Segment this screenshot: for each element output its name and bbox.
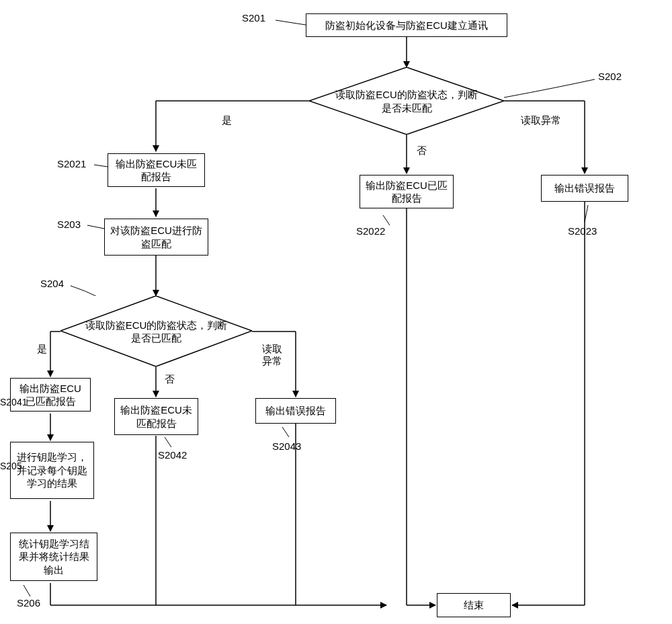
decision-s202-text: 读取防盗ECU的防盗状态，判断是否未匹配	[333, 88, 480, 114]
step-s2023: 输出错误报告	[541, 175, 628, 202]
decision-s202: 读取防盗ECU的防盗状态，判断是否未匹配	[309, 67, 504, 134]
step-end: 结束	[437, 593, 511, 617]
edge-no-1: 否	[417, 145, 427, 157]
svg-line-29	[165, 437, 171, 447]
step-label-s2042: S2042	[158, 449, 187, 461]
svg-line-9	[87, 225, 104, 229]
step-label-s2041: S2041	[0, 397, 27, 407]
step-label-s2043: S2043	[272, 440, 301, 452]
step-label-s2022: S2022	[356, 225, 385, 237]
edge-readerror-1: 读取异常	[521, 114, 561, 127]
edge-yes-2: 是	[37, 343, 47, 356]
step-label-s203: S203	[57, 219, 81, 230]
svg-line-25	[94, 165, 108, 167]
step-s203: 对该防盗ECU进行防盗匹配	[104, 219, 208, 256]
step-label-s202: S202	[598, 71, 622, 82]
edge-yes-1: 是	[222, 114, 232, 127]
svg-line-28	[24, 585, 30, 596]
step-s2021: 输出防盗ECU未匹配报告	[108, 153, 205, 187]
step-label-s201: S201	[242, 12, 265, 24]
step-s2042: 输出防盗ECU未匹配报告	[114, 398, 198, 435]
step-s201: 防盗初始化设备与防盗ECU建立通讯	[306, 13, 507, 37]
step-label-s2023: S2023	[568, 225, 597, 237]
step-s2043: 输出错误报告	[255, 398, 336, 424]
step-label-s205: S205	[0, 461, 22, 471]
edge-readerror-2: 读取 异常	[262, 343, 282, 367]
decision-s204-text: 读取防盗ECU的防盗状态，判断是否已匹配	[85, 318, 228, 344]
svg-line-32	[585, 205, 588, 222]
svg-line-30	[282, 427, 289, 437]
step-label-s2021: S2021	[57, 158, 86, 169]
step-s205: 进行钥匙学习，并记录每个钥匙学习的结果	[10, 442, 94, 499]
step-s206: 统计钥匙学习结果并将统计结果输出	[10, 533, 97, 581]
flowchart-canvas: 防盗初始化设备与防盗ECU建立通讯 S201 读取防盗ECU的防盗状态，判断是否…	[0, 0, 672, 624]
edge-no-2: 否	[165, 373, 175, 386]
step-s2022: 输出防盗ECU已匹配报告	[360, 175, 454, 208]
svg-line-31	[383, 215, 390, 225]
step-label-s206: S206	[17, 597, 40, 609]
decision-s204: 读取防盗ECU的防盗状态，判断是否已匹配	[60, 296, 252, 366]
svg-line-0	[276, 20, 306, 25]
step-label-s204: S204	[40, 278, 64, 289]
